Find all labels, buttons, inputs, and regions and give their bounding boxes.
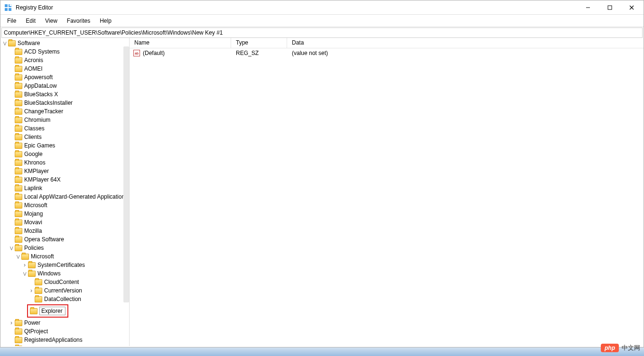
tree-label: Khronos	[24, 159, 46, 166]
tree-node[interactable]: Google	[0, 150, 129, 158]
tree-node[interactable]: BlueStacksInstaller	[0, 99, 129, 107]
tree-node[interactable]: Restoro	[0, 344, 129, 346]
tree-node-systemcertificates[interactable]: SystemCertificates	[0, 261, 129, 269]
folder-icon	[15, 237, 22, 243]
maximize-button[interactable]	[599, 0, 621, 15]
tree-label: Epic Games	[24, 142, 55, 149]
folder-icon	[21, 254, 29, 260]
folder-icon	[15, 143, 22, 149]
svg-rect-2	[5, 8, 8, 11]
tree-label: Clients	[24, 134, 42, 140]
window-controls	[577, 0, 643, 15]
tree-node[interactable]: Microsoft	[0, 201, 129, 210]
value-name: (Default)	[143, 50, 165, 56]
window-title: Registry Editor	[16, 4, 577, 11]
column-data[interactable]: Data	[287, 38, 644, 48]
tree-node[interactable]: Mozilla	[0, 227, 129, 235]
tree-node[interactable]: Clients	[0, 133, 129, 141]
rename-highlight-box	[27, 304, 68, 318]
tree-node[interactable]: Classes	[0, 124, 129, 133]
menu-help[interactable]: Help	[95, 16, 116, 26]
tree-label: QtProject	[24, 328, 48, 335]
tree-label: ACD Systems	[24, 48, 60, 55]
tree-label: Movavi	[24, 219, 42, 226]
tree-node[interactable]: ACD Systems	[0, 47, 129, 56]
tree-node[interactable]: KMPlayer	[0, 167, 129, 175]
minimize-button[interactable]	[577, 0, 599, 15]
taskbar-fragment	[0, 347, 644, 356]
address-bar[interactable]: Computer\HKEY_CURRENT_USER\Software\Poli…	[1, 27, 643, 38]
tree-label: Restoro	[24, 345, 44, 346]
tree-node[interactable]: QtProject	[0, 327, 129, 336]
folder-icon	[15, 228, 22, 234]
tree-node[interactable]: Chromium	[0, 116, 129, 124]
tree-label: Apowersoft	[24, 74, 53, 81]
tree-label: CurrentVersion	[44, 287, 82, 294]
folder-icon	[15, 194, 22, 200]
folder-icon	[15, 160, 22, 166]
tree-node[interactable]: AOMEI	[0, 64, 129, 73]
column-name[interactable]: Name	[130, 38, 231, 48]
tree-node-windows[interactable]: Windows	[0, 269, 129, 278]
folder-icon	[15, 245, 22, 251]
folder-icon	[15, 320, 22, 326]
tree-label: Laplink	[24, 185, 42, 192]
tree-node[interactable]: Khronos	[0, 158, 129, 167]
tree-node[interactable]: Local AppWizard-Generated Applications	[0, 192, 129, 201]
tree-node-software[interactable]: Software	[0, 39, 129, 47]
tree-node-currentversion[interactable]: CurrentVersion	[0, 286, 129, 295]
tree-label: Microsoft	[31, 253, 54, 260]
tree-node-power[interactable]: Power	[0, 319, 129, 327]
tree-label: Policies	[24, 245, 44, 251]
tree-node[interactable]: ChangeTracker	[0, 107, 129, 116]
tree-label: DataCollection	[44, 296, 81, 302]
tree-node[interactable]: Laplink	[0, 184, 129, 192]
folder-icon	[15, 151, 22, 157]
tree-panel[interactable]: Software ACD SystemsAcronisAOMEIApowerso…	[0, 38, 130, 346]
tree-node-microsoft[interactable]: Microsoft	[0, 252, 129, 261]
menu-view[interactable]: View	[40, 16, 62, 26]
tree-node-cloudcontent[interactable]: CloudContent	[0, 278, 129, 286]
folder-icon	[28, 271, 36, 277]
tree-node[interactable]: KMPlayer 64X	[0, 175, 129, 184]
tree-node[interactable]: Acronis	[0, 56, 129, 64]
rename-input[interactable]	[39, 307, 65, 315]
tree-node[interactable]: AppDataLow	[0, 82, 129, 90]
folder-icon	[35, 296, 42, 302]
value-data: (value not set)	[287, 50, 644, 56]
tree-node[interactable]: Movavi	[0, 218, 129, 227]
menu-edit[interactable]: Edit	[21, 16, 40, 26]
column-type[interactable]: Type	[231, 38, 287, 48]
column-headers: Name Type Data	[130, 38, 644, 48]
folder-icon	[15, 49, 22, 55]
svg-point-4	[9, 4, 11, 6]
value-row[interactable]: ab(Default)REG_SZ(value not set)	[130, 48, 644, 58]
folder-icon	[15, 202, 22, 209]
tree-label: KMPlayer 64X	[24, 176, 61, 183]
menu-file[interactable]: File	[2, 16, 21, 26]
menu-favorites[interactable]: Favorites	[62, 16, 95, 26]
menubar: File Edit View Favorites Help	[0, 15, 644, 27]
tree-label: Classes	[24, 125, 45, 132]
tree-node-policies[interactable]: Policies	[0, 244, 129, 252]
tree-label: Software	[18, 40, 40, 46]
app-icon	[4, 4, 12, 11]
close-button[interactable]	[621, 0, 643, 15]
titlebar[interactable]: Registry Editor	[0, 0, 644, 15]
tree-node[interactable]: Epic Games	[0, 141, 129, 150]
tree-node[interactable]: Mojang	[0, 210, 129, 218]
tree-node[interactable]: Apowersoft	[0, 73, 129, 82]
tree-label: Windows	[37, 270, 61, 277]
tree-label: RegisteredApplications	[24, 337, 83, 343]
values-panel[interactable]: Name Type Data ab(Default)REG_SZ(value n…	[130, 38, 644, 346]
tree-scrollbar[interactable]	[123, 46, 129, 302]
tree-node[interactable]: RegisteredApplications	[0, 336, 129, 344]
folder-icon	[15, 57, 22, 64]
folder-icon	[15, 346, 22, 347]
tree-node[interactable]: BlueStacks X	[0, 90, 129, 99]
tree-node-datacollection[interactable]: DataCollection	[0, 295, 129, 303]
content-area: Software ACD SystemsAcronisAOMEIApowerso…	[0, 38, 644, 346]
tree-node[interactable]: Opera Software	[0, 235, 129, 244]
tree-label: KMPlayer	[24, 168, 49, 174]
tree-label: ChangeTracker	[24, 108, 63, 115]
